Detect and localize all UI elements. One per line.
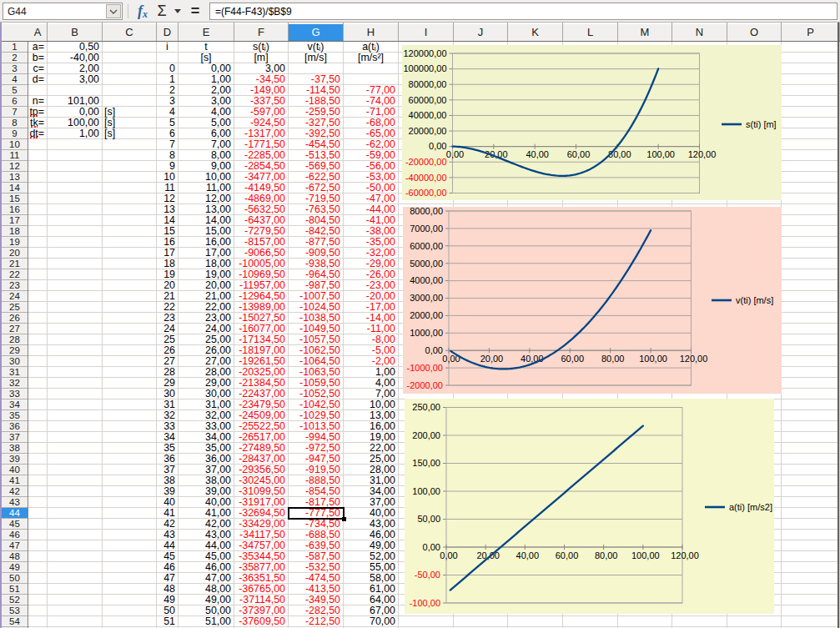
table-cell[interactable]: -29356,50 — [234, 465, 288, 475]
table-cell[interactable]: 12,00 — [179, 193, 234, 204]
table-cell[interactable]: -4149,50 — [234, 183, 288, 193]
chart-v-of-t[interactable]: 8000,007000,006000,005000,004000,003000,… — [403, 207, 782, 394]
table-cell[interactable]: 42 — [157, 519, 178, 530]
table-cell[interactable]: -11957,00 — [234, 280, 288, 291]
table-cell[interactable]: -41,00 — [344, 215, 398, 226]
table-cell[interactable]: -938,50 — [289, 259, 343, 269]
table-cell[interactable]: -26,00 — [344, 269, 398, 280]
table-cell[interactable]: -924,50 — [234, 118, 288, 128]
table-cell[interactable]: 28,00 — [179, 367, 234, 378]
table-cell[interactable]: 14 — [157, 215, 178, 226]
table-cell[interactable]: -349,50 — [289, 595, 343, 605]
row-header-36[interactable]: 36 — [2, 421, 28, 432]
table-cell[interactable]: -3477,00 — [234, 172, 288, 183]
table-cell[interactable]: -2854,50 — [234, 161, 288, 172]
param-value[interactable]: -40,00 — [48, 53, 102, 63]
table-cell[interactable]: 8,00 — [179, 150, 234, 161]
param-value[interactable]: 101,00 — [48, 96, 102, 107]
table-cell[interactable]: 31,00 — [179, 399, 234, 410]
table-cell[interactable]: 7,00 — [179, 139, 234, 150]
table-cell[interactable]: -282,50 — [289, 605, 343, 616]
table-cell[interactable]: -622,50 — [289, 172, 343, 183]
table-cell[interactable]: -4869,00 — [234, 193, 288, 204]
table-cell[interactable]: -28437,00 — [234, 454, 288, 465]
table-cell[interactable]: 41,00 — [179, 508, 234, 519]
table-cell[interactable]: -672,50 — [289, 183, 343, 193]
table-cell[interactable]: -37397,00 — [234, 605, 288, 616]
table-cell[interactable]: 18,00 — [179, 259, 234, 269]
table-cell[interactable]: -33429,00 — [234, 519, 288, 530]
row-header-12[interactable]: 12 — [2, 161, 28, 172]
column-header-C[interactable]: C — [103, 23, 157, 41]
row-header-2[interactable]: 2 — [2, 53, 28, 63]
table-cell[interactable]: 46 — [157, 562, 178, 573]
table-cell[interactable]: 37,00 — [179, 465, 234, 475]
row-header-24[interactable]: 24 — [2, 291, 28, 302]
table-cell[interactable]: 34,00 — [179, 432, 234, 443]
table-cell[interactable]: 8 — [157, 150, 178, 161]
table-cell[interactable]: -149,00 — [234, 85, 288, 96]
table-cell[interactable]: 16,00 — [179, 237, 234, 248]
table-cell[interactable]: -25522,50 — [234, 421, 288, 432]
table-cell[interactable]: 18 — [157, 259, 178, 269]
table-cell[interactable]: 40 — [157, 497, 178, 508]
table-cell[interactable]: 35,00 — [179, 443, 234, 454]
table-cell[interactable]: -53,00 — [344, 172, 398, 183]
table-cell[interactable]: -597,00 — [234, 107, 288, 118]
table-cell[interactable]: 46,00 — [179, 562, 234, 573]
table-cell[interactable]: 19,00 — [179, 269, 234, 280]
table-cell[interactable]: 6,00 — [179, 128, 234, 139]
row-header-15[interactable]: 15 — [2, 193, 28, 204]
table-cell[interactable]: 6 — [157, 128, 178, 139]
table-cell[interactable]: -31917,00 — [234, 497, 288, 508]
table-cell[interactable]: 51,00 — [179, 616, 234, 627]
table-cell[interactable]: -972,50 — [289, 443, 343, 454]
sum-button[interactable]: Σ — [153, 0, 170, 23]
name-box-dropdown-button[interactable] — [106, 4, 121, 18]
table-cell[interactable]: 52,00 — [344, 551, 398, 562]
table-cell[interactable]: -35,00 — [344, 237, 398, 248]
chart-a-of-t[interactable]: 250,00200,00150,00100,0050,000,00-50,00-… — [405, 399, 774, 614]
table-cell[interactable]: 12 — [157, 193, 178, 204]
table-header[interactable]: t — [179, 42, 234, 53]
table-cell[interactable]: 15 — [157, 226, 178, 237]
table-cell[interactable]: 7 — [157, 139, 178, 150]
name-box[interactable]: G44 — [3, 3, 123, 20]
table-cell[interactable]: -1059,50 — [289, 378, 343, 389]
table-cell[interactable]: -8,00 — [344, 334, 398, 345]
table-cell[interactable]: 45,00 — [179, 551, 234, 562]
table-cell[interactable]: 26,00 — [179, 345, 234, 356]
table-cell[interactable]: -1771,50 — [234, 139, 288, 150]
row-header-53[interactable]: 53 — [2, 605, 28, 616]
table-cell[interactable]: -59,00 — [344, 150, 398, 161]
table-cell[interactable]: 10,00 — [344, 399, 398, 410]
table-cell[interactable]: 15,00 — [179, 226, 234, 237]
table-cell[interactable]: 9 — [157, 161, 178, 172]
table-cell[interactable]: -1063,50 — [289, 367, 343, 378]
table-cell[interactable]: 4,00 — [179, 107, 234, 118]
row-header-19[interactable]: 19 — [2, 237, 28, 248]
table-cell[interactable]: -21384,50 — [234, 378, 288, 389]
column-header-O[interactable]: O — [727, 23, 782, 41]
table-cell[interactable]: 24 — [157, 324, 178, 334]
table-cell[interactable]: -1062,50 — [289, 345, 343, 356]
table-cell[interactable]: -77,00 — [344, 85, 398, 96]
table-cell[interactable]: -36351,50 — [234, 573, 288, 584]
table-header[interactable]: i — [157, 42, 178, 53]
table-cell[interactable]: 40,00 — [344, 508, 398, 519]
table-cell[interactable]: -17134,50 — [234, 334, 288, 345]
table-cell[interactable]: -1024,50 — [289, 302, 343, 313]
table-cell[interactable]: -37609,50 — [234, 616, 288, 627]
row-header-11[interactable]: 11 — [2, 150, 28, 161]
table-cell[interactable]: 14,00 — [179, 215, 234, 226]
table-cell[interactable]: 44,00 — [179, 540, 234, 551]
table-cell[interactable]: -842,50 — [289, 226, 343, 237]
row-header-28[interactable]: 28 — [2, 334, 28, 345]
table-cell[interactable]: -6437,00 — [234, 215, 288, 226]
table-cell[interactable]: 13,00 — [344, 410, 398, 421]
table-cell[interactable]: 0,00 — [179, 63, 234, 74]
table-cell[interactable]: 29 — [157, 378, 178, 389]
param-label[interactable]: tp= — [28, 107, 47, 118]
table-cell[interactable]: 11,00 — [179, 183, 234, 193]
table-cell[interactable]: -26517,00 — [234, 432, 288, 443]
